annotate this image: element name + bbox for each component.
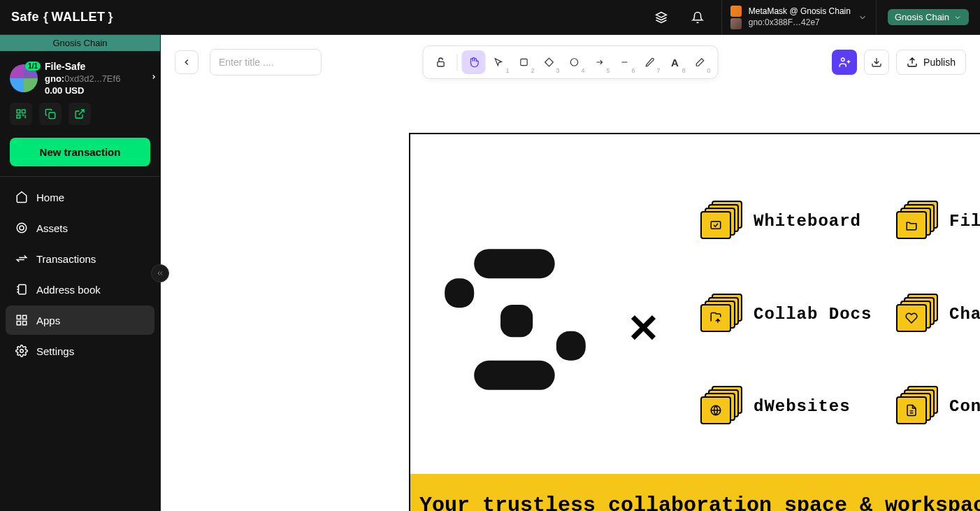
svg-point-4 <box>17 223 27 233</box>
account-address: gno:0xd3d2...7Ef6 <box>45 73 120 84</box>
right-tool-group: Publish <box>832 50 966 75</box>
feature-filestorage: File Storage <box>896 201 980 241</box>
wallet-line1: MetaMask @ Gnosis Chain <box>749 6 851 17</box>
banner: Your trustless collaboration space & wor… <box>410 474 980 511</box>
svg-rect-16 <box>474 249 555 278</box>
lock-tool[interactable] <box>429 50 453 74</box>
transactions-icon <box>15 252 28 265</box>
chevron-down-icon <box>858 13 867 22</box>
sidebar-item-settings[interactable]: Settings <box>6 336 154 366</box>
svg-point-14 <box>570 59 578 66</box>
svg-rect-17 <box>445 278 474 308</box>
feature-dwebsites: dWebsites <box>700 386 851 426</box>
metamask-icon <box>730 6 742 17</box>
whiteboard-folder-icon <box>700 201 742 241</box>
ellipse-tool[interactable]: 4 <box>563 50 586 74</box>
sidebar-item-label: Assets <box>36 222 68 234</box>
svg-rect-8 <box>23 315 27 319</box>
new-transaction-button[interactable]: New transaction <box>10 138 150 166</box>
account-avatar: 1/1 <box>10 64 38 92</box>
svg-rect-18 <box>500 305 533 337</box>
canvas-frame[interactable]: ✕ Whiteboard File Storage <box>409 133 980 511</box>
header-bar: Safe WALLET MetaMask @ Gnosis Chain gno:… <box>0 0 980 35</box>
svg-rect-7 <box>17 315 20 319</box>
feature-chatgroups: Chat Groups <box>896 294 980 334</box>
chain-badge-label: Gnosis Chain <box>895 12 949 22</box>
svg-point-11 <box>20 350 24 353</box>
chain-badge[interactable]: Gnosis Chain <box>888 9 969 25</box>
sidebar-item-transactions[interactable]: Transactions <box>6 244 154 273</box>
whiteboard-toolbar: 1 2 3 4 5 6 7 A8 0 Publish <box>161 49 980 75</box>
sidebar: Gnosis Chain 1/1 File-Safe gno:0xd3d2...… <box>0 35 161 511</box>
collapse-sidebar-button[interactable] <box>151 264 169 282</box>
eraser-tool[interactable]: 0 <box>689 50 712 74</box>
arrow-tool[interactable]: 5 <box>588 50 612 74</box>
svg-rect-2 <box>17 115 20 118</box>
sidebar-item-home[interactable]: Home <box>6 182 154 212</box>
account-balance: 0.00 USD <box>45 85 120 96</box>
line-tool[interactable]: 6 <box>613 50 637 74</box>
banner-text: Your trustless collaboration space & wor… <box>419 494 980 511</box>
logo-text-safe: Safe <box>11 10 39 24</box>
copy-icon[interactable] <box>39 103 62 125</box>
bell-icon[interactable] <box>685 5 710 30</box>
wallet-text: MetaMask @ Gnosis Chain gno:0x388F…42e7 <box>749 6 851 28</box>
sidebar-item-label: Apps <box>36 315 60 326</box>
wallet-connector[interactable]: MetaMask @ Gnosis Chain gno:0x388F…42e7 <box>721 0 877 35</box>
feature-label: dWebsites <box>754 397 851 416</box>
external-link-icon[interactable] <box>69 103 91 125</box>
gear-icon <box>15 345 28 357</box>
back-button[interactable] <box>175 50 199 74</box>
wallet-line2: gno:0x388F…42e7 <box>749 17 851 29</box>
diamond-tool[interactable]: 3 <box>538 50 561 74</box>
logo-bracket-right <box>108 10 114 24</box>
svg-point-15 <box>842 58 845 62</box>
tool-separator <box>457 54 458 71</box>
text-tool[interactable]: A8 <box>663 50 687 74</box>
feature-contracts: Contracts <box>896 386 980 426</box>
addressbook-icon <box>15 283 28 296</box>
publish-label: Publish <box>923 57 956 68</box>
download-button[interactable] <box>864 50 889 75</box>
rectangle-tool[interactable]: 2 <box>512 50 536 74</box>
sidebar-item-apps[interactable]: Apps <box>6 305 154 335</box>
svg-rect-19 <box>556 331 586 361</box>
svg-rect-21 <box>711 222 721 229</box>
feature-label: Whiteboard <box>754 212 861 231</box>
x-icon: ✕ <box>627 305 660 351</box>
svg-rect-20 <box>474 361 555 390</box>
pointer-tool[interactable]: 1 <box>487 50 511 74</box>
sidebar-item-addressbook[interactable]: Address book <box>6 275 154 304</box>
pencil-tool[interactable]: 7 <box>638 50 662 74</box>
svg-rect-12 <box>438 62 444 66</box>
publish-button[interactable]: Publish <box>896 50 966 75</box>
main-content: 1 2 3 4 5 6 7 A8 0 Publish <box>161 35 980 511</box>
threshold-badge: 1/1 <box>25 62 41 71</box>
chatgroups-folder-icon <box>896 294 938 334</box>
keystore-icon <box>730 18 742 29</box>
sidebar-item-assets[interactable]: Assets <box>6 213 154 243</box>
app-logo: Safe WALLET <box>11 10 113 24</box>
collaborate-button[interactable] <box>832 50 857 75</box>
sidebar-item-label: Settings <box>36 345 74 357</box>
account-selector[interactable]: 1/1 File-Safe gno:0xd3d2...7Ef6 0.00 USD <box>0 51 160 103</box>
title-input[interactable] <box>210 49 322 75</box>
account-chevron[interactable] <box>147 67 160 87</box>
tool-group: 1 2 3 4 5 6 7 A8 0 <box>423 45 719 79</box>
collabdocs-folder-icon <box>700 294 742 334</box>
wallet-avatars <box>730 6 742 29</box>
feature-label: Collab Docs <box>754 305 872 324</box>
sidebar-item-label: Home <box>36 192 64 203</box>
canvas-inner: ✕ Whiteboard File Storage <box>410 134 980 511</box>
sidebar-nav: Home Assets Transactions Address book Ap… <box>0 177 160 371</box>
logo-bracket-left <box>42 10 49 24</box>
qr-icon[interactable] <box>10 103 32 125</box>
logo-text-wallet: WALLET <box>52 10 106 24</box>
feature-label: Contracts <box>949 397 980 416</box>
assets-icon <box>15 222 28 234</box>
contracts-folder-icon <box>896 386 938 426</box>
hand-tool[interactable] <box>462 50 486 74</box>
svg-point-5 <box>20 226 24 230</box>
layers-icon[interactable] <box>649 5 674 30</box>
dwebsites-folder-icon <box>700 386 742 426</box>
